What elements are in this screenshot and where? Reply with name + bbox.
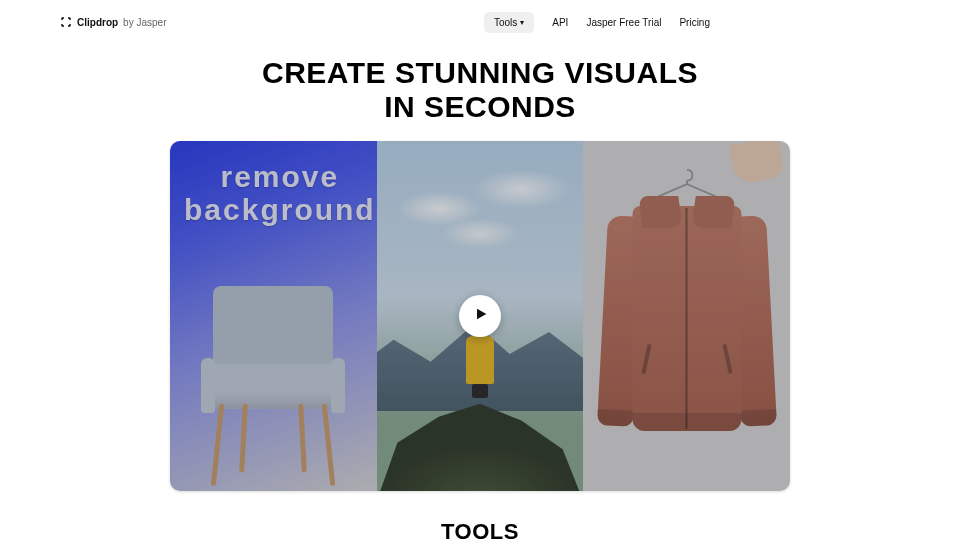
play-button[interactable] xyxy=(459,295,501,337)
nav-pricing[interactable]: Pricing xyxy=(679,17,710,28)
hero-title: CREATE STUNNING VISUALS IN SECONDS xyxy=(0,56,960,123)
play-icon xyxy=(471,306,489,326)
clipdrop-logo-icon xyxy=(60,16,72,28)
logo[interactable]: Clipdrop by Jasper xyxy=(60,16,166,28)
logo-byline: by Jasper xyxy=(123,17,166,28)
hero-title-line1: CREATE STUNNING VISUALS xyxy=(262,56,698,89)
nav-tools-label: Tools xyxy=(494,17,517,28)
nav-tools-dropdown[interactable]: Tools ▾ xyxy=(484,12,534,33)
logo-name: Clipdrop xyxy=(77,17,118,28)
hero-title-line2: IN SECONDS xyxy=(384,90,576,123)
nav-api[interactable]: API xyxy=(552,17,568,28)
nav-trial[interactable]: Jasper Free Trial xyxy=(586,17,661,28)
hero: CREATE STUNNING VISUALS IN SECONDS remov… xyxy=(0,56,960,491)
chevron-down-icon: ▾ xyxy=(520,18,524,27)
main-nav: Tools ▾ API Jasper Free Trial Pricing xyxy=(484,12,710,33)
tools-section-heading: TOOLS xyxy=(0,519,960,540)
hero-video[interactable]: remove background xyxy=(170,141,790,491)
header: Clipdrop by Jasper Tools ▾ API Jasper Fr… xyxy=(0,0,960,34)
